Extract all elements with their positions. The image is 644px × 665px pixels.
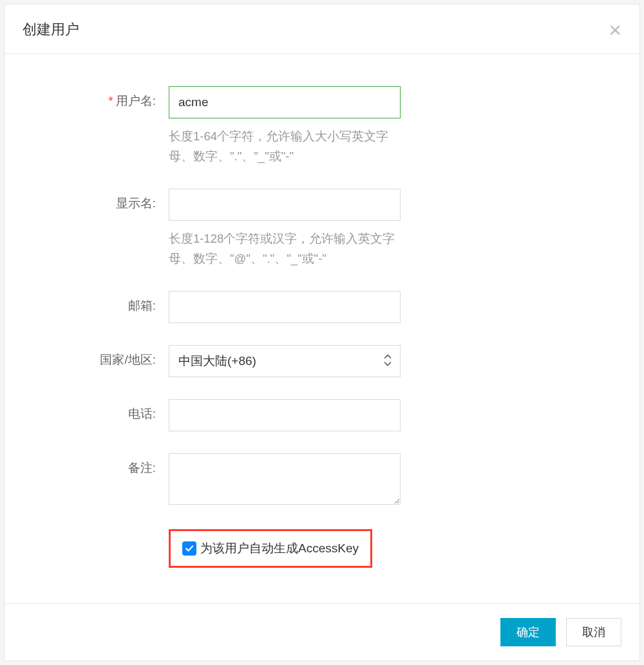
phone-control [169, 399, 401, 431]
modal-header: 创建用户 × [5, 5, 639, 54]
highlight-box: 为该用户自动生成AccessKey [169, 529, 372, 568]
form-row-email: 邮箱: [30, 291, 614, 323]
region-control: 中国大陆(+86) [169, 345, 401, 377]
email-label: 邮箱: [30, 291, 169, 314]
displayname-label: 显示名: [30, 189, 169, 212]
form-row-displayname: 显示名: 长度1-128个字符或汉字，允许输入英文字母、数字、"@"、"."、"… [30, 189, 614, 269]
username-help: 长度1-64个字符，允许输入大小写英文字母、数字、"."、"_"或"-" [169, 126, 401, 167]
username-input[interactable] [169, 86, 401, 118]
region-select[interactable]: 中国大陆(+86) [169, 345, 401, 377]
close-icon[interactable]: × [609, 19, 621, 41]
username-control: 长度1-64个字符，允许输入大小写英文字母、数字、"."、"_"或"-" [169, 86, 401, 167]
ok-button[interactable]: 确定 [500, 618, 556, 646]
form-row-username: *用户名: 长度1-64个字符，允许输入大小写英文字母、数字、"."、"_"或"… [30, 86, 614, 167]
displayname-control: 长度1-128个字符或汉字，允许输入英文字母、数字、"@"、"."、"_"或"-… [169, 189, 401, 269]
email-input[interactable] [169, 291, 401, 323]
region-select-wrap: 中国大陆(+86) [169, 345, 401, 377]
modal-body: *用户名: 长度1-64个字符，允许输入大小写英文字母、数字、"."、"_"或"… [5, 54, 639, 603]
form-row-accesskey: 为该用户自动生成AccessKey [169, 529, 614, 568]
email-control [169, 291, 401, 323]
region-label: 国家/地区: [30, 345, 169, 368]
modal-footer: 确定 取消 [5, 603, 639, 660]
form-row-phone: 电话: [30, 399, 614, 431]
displayname-input[interactable] [169, 189, 401, 221]
accesskey-checkbox[interactable] [182, 541, 196, 556]
create-user-modal: 创建用户 × *用户名: 长度1-64个字符，允许输入大小写英文字母、数字、".… [4, 4, 640, 661]
form-row-remark: 备注: [30, 453, 614, 507]
phone-label: 电话: [30, 399, 169, 422]
accesskey-label: 为该用户自动生成AccessKey [200, 540, 359, 557]
remark-control [169, 453, 401, 507]
remark-textarea[interactable] [169, 453, 401, 505]
required-asterisk: * [108, 94, 113, 108]
form-row-region: 国家/地区: 中国大陆(+86) [30, 345, 614, 377]
cancel-button[interactable]: 取消 [566, 618, 621, 646]
displayname-help: 长度1-128个字符或汉字，允许输入英文字母、数字、"@"、"."、"_"或"-… [169, 229, 401, 269]
phone-input[interactable] [169, 399, 401, 431]
username-label: *用户名: [30, 86, 169, 109]
check-icon [185, 544, 194, 553]
modal-title: 创建用户 [23, 20, 79, 39]
remark-label: 备注: [30, 453, 169, 476]
